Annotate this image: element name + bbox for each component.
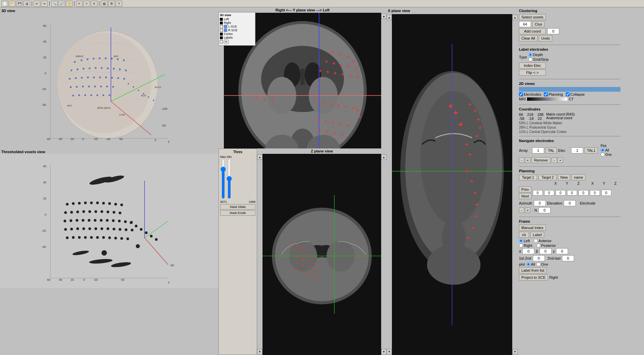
frame-left-label[interactable]: Left [519, 239, 530, 243]
frame-posterior-label[interactable]: Posterior [536, 243, 556, 248]
toolbar-zoom-out-btn[interactable]: 🔎 [58, 1, 65, 7]
clus-btn[interactable]: Clus [532, 21, 545, 27]
toolbar-undo-btn[interactable]: ↩ [34, 1, 40, 7]
first-second-input[interactable] [533, 255, 545, 261]
electrodes-checkbox[interactable] [519, 92, 523, 96]
grid-strip-radio-label[interactable]: Grid/Strip [528, 57, 549, 61]
gamma-input[interactable] [556, 248, 568, 254]
x-scroll-up-btn[interactable]: ▲ [387, 15, 392, 20]
planning-cb-label[interactable]: Planning [544, 92, 563, 96]
flip-btn[interactable]: Flip <-> [519, 70, 546, 76]
plot-one-radio[interactable] [601, 152, 605, 157]
x-right-scroll-up-btn[interactable]: ▲ [512, 15, 518, 20]
array-input[interactable] [532, 147, 544, 153]
elec-minus-btn[interactable]: - [552, 158, 557, 163]
toolbar-save-btn[interactable]: 💾 [16, 1, 23, 7]
t2-x-input[interactable] [567, 190, 577, 195]
add-coord-btn[interactable]: Add coord [519, 28, 546, 34]
z-scroll-up-btn[interactable]: ▲ [257, 154, 263, 160]
frame-anterior-label[interactable]: Anterior [534, 239, 552, 243]
remove-btn[interactable]: Remove [532, 157, 550, 163]
add-coord-input[interactable] [547, 28, 559, 34]
x-right-scroll-down-btn[interactable]: ▼ [512, 349, 518, 354]
toolbar-redo-btn[interactable]: ↪ [41, 1, 48, 7]
legend-check-labels[interactable] [220, 36, 223, 39]
beta-input[interactable] [539, 248, 552, 254]
plot-one-label[interactable]: One [601, 152, 612, 157]
toolbar-help-btn[interactable]: ? [116, 1, 122, 7]
clear-all-btn[interactable]: Clear All [519, 35, 537, 41]
electrodes-cb-label[interactable]: Electrodes [519, 92, 541, 96]
electrode-plus-btn[interactable]: + [525, 208, 530, 213]
target1-btn[interactable]: Target 1 [519, 175, 537, 180]
mask-erode-btn[interactable]: Mask Erode [220, 210, 255, 216]
ch-btn[interactable]: ch [519, 232, 529, 238]
elevation-input[interactable] [564, 200, 576, 206]
thres-max-slider[interactable] [220, 159, 226, 199]
frame-left-radio[interactable] [519, 239, 523, 243]
elec-input[interactable] [571, 147, 583, 153]
z-scroll-down-btn[interactable]: ▼ [257, 349, 263, 354]
collapse-cb-label[interactable]: Collapse [566, 92, 585, 96]
plot-all-frame-radio[interactable] [526, 262, 530, 266]
plot-one-frame-radio[interactable] [536, 262, 540, 266]
depth-radio[interactable] [528, 53, 532, 57]
plot-all-frame-label[interactable]: All [526, 262, 535, 266]
depth-radio-label[interactable]: Depth [528, 53, 549, 57]
project-to-sce-btn[interactable]: Project to SCE [519, 274, 548, 280]
index-elec-btn[interactable]: Index Elec [519, 62, 546, 69]
frame-posterior-radio[interactable] [536, 243, 540, 248]
frame-right-radio[interactable] [519, 243, 523, 248]
frame-right-label[interactable]: Right [519, 243, 532, 248]
second-last-input[interactable] [562, 255, 574, 261]
next-val-input[interactable] [601, 190, 611, 196]
t2-z-input[interactable] [590, 190, 600, 195]
t1-z-input[interactable] [556, 190, 566, 195]
electrode-minus-btn[interactable]: - [519, 208, 524, 213]
legend-check-r[interactable] [220, 40, 223, 43]
manual-index-btn[interactable]: Manual Index [519, 225, 546, 231]
x-scroll-down-btn[interactable]: ▼ [387, 349, 392, 354]
z-right-scroll-down-btn[interactable]: ▼ [381, 349, 387, 354]
new-planning-btn[interactable]: New [558, 174, 570, 180]
next-btn[interactable]: Next [519, 193, 531, 199]
elec-plus-btn[interactable]: + [558, 158, 563, 163]
toolbar-zoom-in-btn[interactable]: 🔍 [51, 1, 58, 7]
azimuth-input[interactable] [534, 200, 546, 206]
toolbar-grid-btn[interactable]: # [91, 1, 97, 7]
toolbar-threshold-btn[interactable]: ▤ [101, 1, 108, 7]
legend-check-lsce[interactable] [220, 25, 223, 28]
collapse-checkbox[interactable] [566, 92, 570, 96]
label-btn[interactable]: Label [530, 232, 544, 238]
plot-all-label[interactable]: All [601, 148, 612, 152]
z-right-scroll-up-btn[interactable]: ▲ [381, 154, 387, 160]
legend-check-left[interactable] [220, 18, 223, 21]
t2-y-input[interactable] [578, 190, 589, 195]
label-from-list-btn[interactable]: Label from list [519, 267, 547, 273]
alpha-input[interactable] [522, 248, 534, 254]
toolbar-settings-btn[interactable]: ⚙ [108, 1, 115, 7]
toolbar-print-btn[interactable]: 🖨 [24, 1, 30, 7]
toolbar-electrode-btn[interactable]: + [83, 1, 90, 7]
cluster-count-input[interactable] [519, 21, 531, 27]
toolbar-open-btn[interactable]: 📂 [9, 1, 15, 7]
nav-minus-btn[interactable]: - [519, 158, 524, 163]
legend-check-rsce[interactable] [220, 29, 223, 32]
thres-min-slider[interactable] [227, 159, 232, 199]
y-plane-right-scroll-up-btn[interactable]: ▲ [381, 13, 387, 19]
legend-r-btn[interactable]: R [224, 40, 229, 44]
undo-btn[interactable]: Undo [539, 35, 552, 41]
name-btn[interactable]: name [571, 174, 586, 180]
n-input[interactable] [538, 207, 551, 213]
frame-anterior-radio[interactable] [534, 239, 538, 243]
mask-dilate-btn[interactable]: Mask Dilate [220, 204, 255, 210]
toolbar-cursor-btn[interactable]: ↖ [76, 1, 83, 7]
t1-y-input[interactable] [544, 190, 554, 195]
grid-strip-radio[interactable] [528, 57, 532, 61]
target2-btn[interactable]: Target 2 [538, 175, 557, 180]
legend-check-cortex[interactable] [220, 33, 223, 36]
plot-one-frame-label[interactable]: One [536, 262, 548, 266]
toolbar-file-btn[interactable]: 📄 [1, 1, 8, 7]
select-voxels-btn[interactable]: Select voxels [519, 14, 546, 20]
plot-all-radio[interactable] [601, 148, 605, 152]
